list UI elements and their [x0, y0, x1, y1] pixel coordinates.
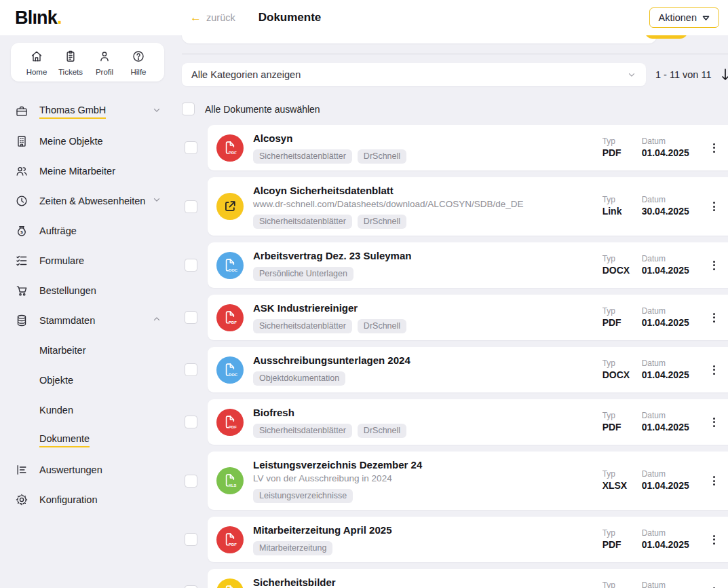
type-label: Typ [602, 469, 642, 479]
document-row: PNG Sicherheitsbilder Objektdokumentatio… [182, 569, 728, 588]
tag-row: SicherheitsdatenblätterDrSchnell [253, 149, 602, 164]
select-all-row: Alle Dokumente auswählen [182, 103, 728, 115]
tag-row: SicherheitsdatenblätterDrSchnell [253, 424, 602, 438]
row-menu-button[interactable] [704, 309, 725, 327]
money-bag-icon: $ [15, 224, 28, 238]
tag-chip: Sicherheitsdatenblätter [253, 319, 352, 333]
date-label: Datum [642, 581, 704, 588]
row-menu-button[interactable] [704, 198, 725, 215]
sort-az-icon[interactable]: AZ [721, 68, 728, 81]
type-column: Typ Link [602, 195, 642, 218]
sidebar-subitem-dokumente[interactable]: Dokumente [11, 425, 164, 455]
date-column: Datum 01.04.2025 [642, 528, 704, 551]
sidebar-subitem-kunden[interactable]: Kunden [11, 395, 164, 425]
row-checkbox[interactable] [185, 259, 197, 272]
type-column: Typ XLSX [602, 469, 642, 492]
pdf-file-icon: PDF [216, 134, 244, 162]
sidebar-item-zeiten-abwesenheiten[interactable]: Zeiten & Abwesenheiten [11, 186, 164, 216]
sidebar-item-aufträge[interactable]: $ Aufträge [11, 216, 164, 246]
quick-nav-label: Tickets [58, 68, 83, 76]
tag-chip: DrSchnell [358, 149, 406, 164]
type-label: Typ [602, 195, 642, 205]
document-title: Biofresh [253, 406, 602, 420]
quick-nav-profil[interactable]: Profil [88, 50, 121, 76]
pdf-file-icon: PDF [216, 526, 244, 553]
pdf-file-icon: PDF [216, 304, 244, 331]
sidebar-subitem-label: Objekte [39, 375, 73, 386]
building-icon [15, 134, 28, 148]
document-title: Mitarbeiterzeitung April 2025 [253, 523, 602, 537]
select-all-checkbox[interactable] [182, 103, 195, 115]
date-column: Datum 01.04.2025 [642, 469, 704, 492]
row-checkbox[interactable] [185, 141, 197, 154]
document-card[interactable]: DOC Arbeitsvertrag Dez. 23 Suleyman Pers… [208, 242, 728, 288]
type-value: PDF [602, 316, 642, 329]
row-checkbox[interactable] [185, 200, 197, 213]
document-card[interactable]: PDF Biofresh SicherheitsdatenblätterDrSc… [208, 399, 728, 445]
divider [182, 54, 728, 54]
tag-chip: DrSchnell [358, 215, 406, 229]
date-column: Datum 01.04.2025 [642, 306, 704, 329]
row-menu-button[interactable] [704, 583, 725, 588]
quick-nav-tickets[interactable]: Tickets [54, 50, 87, 76]
row-checkbox[interactable] [185, 475, 197, 488]
cart-icon [15, 284, 28, 297]
document-card[interactable]: Alcoyn Sicherheitsdatenblatt www.dr-schn… [208, 177, 728, 236]
sidebar-item-stammdaten[interactable]: Stammdaten [11, 306, 164, 335]
quick-nav-home[interactable]: Home [20, 50, 53, 76]
database-icon [15, 314, 28, 327]
row-checkbox[interactable] [185, 363, 197, 376]
main-content: Alle Kategorien anzeigen 1 - 11 von 11 A… [175, 35, 728, 588]
tickets-icon [64, 50, 77, 66]
document-subtitle: LV von der Ausschreibung in 2024 [253, 473, 602, 485]
document-card[interactable]: DOC Ausschreibungsunterlagen 2024 Objekt… [208, 347, 728, 392]
tag-chip: Mitarbeiterzeitung [253, 541, 332, 555]
sidebar-item-meine-objekte[interactable]: Meine Objekte [11, 126, 164, 156]
type-label: Typ [602, 136, 642, 147]
row-menu-button[interactable] [704, 472, 725, 490]
type-label: Typ [602, 359, 642, 369]
type-label: Typ [602, 254, 642, 264]
people-icon [15, 164, 28, 178]
document-row: DOC Arbeitsvertrag Dez. 23 Suleyman Pers… [182, 242, 728, 288]
document-title: Sicherheitsbilder [253, 576, 602, 588]
sidebar-item-bestellungen[interactable]: Bestellungen [11, 276, 164, 306]
filter-toolbar: Alle Kategorien anzeigen 1 - 11 von 11 A… [182, 63, 728, 86]
row-checkbox[interactable] [185, 416, 197, 428]
row-menu-button[interactable] [704, 414, 725, 431]
document-card[interactable]: XLS Leistungsverzeichnis Dezember 24 LV … [208, 452, 728, 510]
quick-nav-hilfe[interactable]: Hilfe [122, 50, 155, 76]
document-row: PDF ASK Industriereiniger Sicherheitsdat… [182, 295, 728, 340]
type-label: Typ [602, 528, 642, 538]
date-label: Datum [642, 254, 704, 264]
document-row: PDF Biofresh SicherheitsdatenblätterDrSc… [182, 399, 728, 445]
sidebar-item-formulare[interactable]: Formulare [11, 246, 164, 276]
page-title: Dokumente [258, 11, 322, 24]
chevron-down-icon [152, 195, 161, 207]
gear-icon [15, 493, 28, 507]
row-menu-button[interactable] [704, 531, 725, 549]
row-menu-button[interactable] [704, 257, 725, 274]
sidebar-item-meine-mitarbeiter[interactable]: Meine Mitarbeiter [11, 156, 164, 186]
row-menu-button[interactable] [704, 361, 725, 379]
sidebar-subitem-mitarbeiter[interactable]: Mitarbeiter [11, 335, 164, 365]
actions-label: Aktionen [659, 12, 697, 23]
sidebar-item-konfiguration[interactable]: Konfiguration [11, 485, 164, 515]
row-checkbox[interactable] [185, 533, 197, 546]
document-card[interactable]: PDF Mitarbeiterzeitung April 2025 Mitarb… [208, 517, 728, 562]
type-value: DOCX [602, 369, 642, 382]
help-icon [132, 50, 145, 66]
back-link[interactable]: ← zurück [190, 11, 235, 24]
document-card[interactable]: PDF ASK Industriereiniger Sicherheitsdat… [208, 295, 728, 340]
row-checkbox[interactable] [185, 585, 197, 588]
actions-button[interactable]: Aktionen [649, 7, 719, 28]
sidebar-subitem-objekte[interactable]: Objekte [11, 365, 164, 395]
category-filter-select[interactable]: Alle Kategorien anzeigen [182, 63, 646, 86]
sidebar-item-thomas-gmbh[interactable]: Thomas GmbH [11, 96, 164, 126]
document-card[interactable]: PNG Sicherheitsbilder Objektdokumentatio… [208, 569, 728, 588]
row-menu-button[interactable] [704, 139, 725, 157]
row-checkbox[interactable] [185, 311, 197, 324]
document-card[interactable]: PDF Alcosyn SicherheitsdatenblätterDrSch… [208, 125, 728, 170]
sidebar-item-auswertungen[interactable]: Auswertungen [11, 455, 164, 485]
sidebar-item-label: Konfiguration [39, 494, 97, 505]
